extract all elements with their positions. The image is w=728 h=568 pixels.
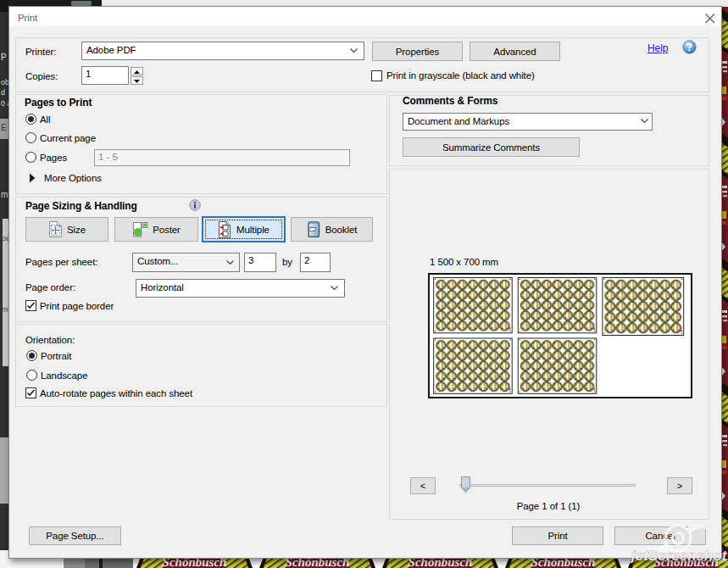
svg-text:?: ? (686, 42, 692, 53)
svg-text:jetScreenshot: jetScreenshot (630, 548, 727, 564)
svg-text:.com: .com (715, 558, 727, 564)
